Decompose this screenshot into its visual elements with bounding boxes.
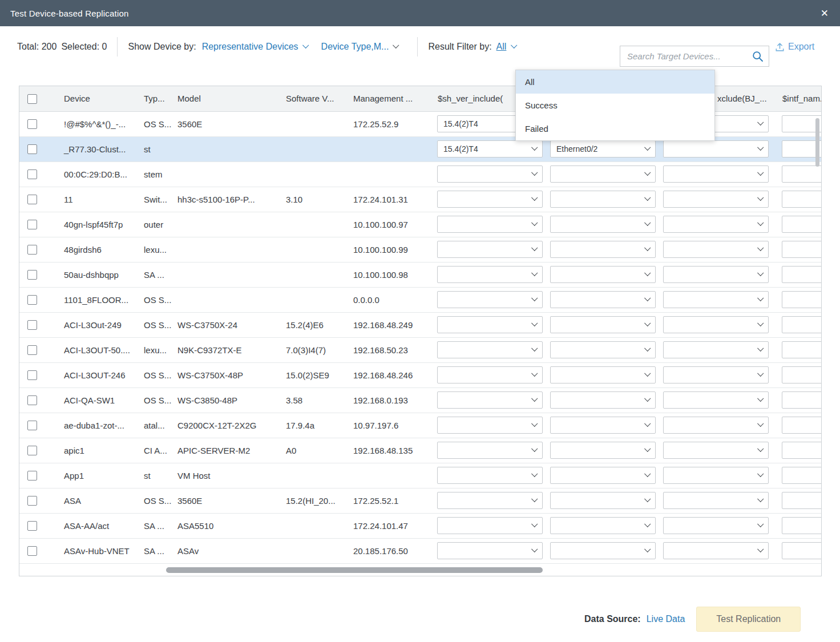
sh-ver-exclude-select[interactable]: [663, 517, 769, 534]
table-row[interactable]: 1101_8FLOOR... OS S... 0.0.0.0: [19, 287, 822, 312]
menu-item-all[interactable]: All: [516, 70, 714, 94]
sh-ver-include-select[interactable]: [437, 442, 543, 459]
interface-select[interactable]: [550, 417, 656, 434]
row-checkbox[interactable]: [27, 245, 37, 255]
sh-ver-include-select[interactable]: [437, 467, 543, 484]
intf-name-select[interactable]: [782, 391, 822, 409]
menu-item-failed[interactable]: Failed: [516, 117, 714, 140]
row-checkbox[interactable]: [27, 546, 37, 556]
export-button[interactable]: Export: [775, 42, 814, 52]
interface-select[interactable]: Ethernet0/2: [550, 140, 656, 158]
sh-ver-exclude-select[interactable]: [663, 165, 769, 183]
sh-ver-include-select[interactable]: [437, 266, 543, 283]
intf-name-select[interactable]: [782, 517, 822, 534]
sh-ver-exclude-select[interactable]: [663, 492, 769, 509]
interface-select[interactable]: [550, 191, 656, 208]
row-checkbox[interactable]: [27, 119, 37, 129]
show-device-by-select[interactable]: Representative Devices: [202, 42, 308, 52]
interface-select[interactable]: [550, 542, 656, 559]
row-checkbox[interactable]: [27, 471, 37, 481]
horizontal-scrollbar-thumb[interactable]: [166, 567, 543, 573]
row-checkbox[interactable]: [27, 521, 37, 531]
row-checkbox[interactable]: [27, 446, 37, 455]
table-row[interactable]: apic1 CI A... APIC-SERVER-M2 A0 192.168.…: [19, 438, 822, 463]
intf-name-select[interactable]: [782, 542, 822, 559]
header-intf-name[interactable]: $intf_nam...: [777, 86, 822, 111]
intf-name-select[interactable]: [782, 191, 822, 208]
sh-ver-exclude-select[interactable]: [663, 191, 769, 208]
row-checkbox[interactable]: [27, 320, 37, 330]
interface-select[interactable]: [550, 316, 656, 333]
sh-ver-include-select[interactable]: [437, 366, 543, 383]
sh-ver-exclude-select[interactable]: [663, 366, 769, 383]
sh-ver-include-select[interactable]: [437, 517, 543, 534]
select-all-checkbox[interactable]: [27, 94, 37, 104]
sh-ver-exclude-select[interactable]: [663, 291, 769, 308]
intf-name-select[interactable]: [782, 291, 822, 308]
row-checkbox[interactable]: [27, 496, 37, 506]
intf-name-select[interactable]: [782, 341, 822, 358]
interface-select[interactable]: [550, 492, 656, 509]
table-row[interactable]: ae-duba1-zot-... atal... C9200CX-12T-2X2…: [19, 413, 822, 438]
result-filter-select[interactable]: All: [496, 42, 516, 52]
interface-select[interactable]: [550, 391, 656, 409]
row-checkbox[interactable]: [27, 169, 37, 179]
device-type-select[interactable]: Device Type,M...: [321, 42, 398, 52]
table-row[interactable]: ASA OS S... 3560E 15.2(HI_20... 172.25.5…: [19, 488, 822, 513]
sh-ver-exclude-select[interactable]: [663, 140, 769, 158]
header-model[interactable]: Model: [172, 86, 280, 111]
sh-ver-include-select[interactable]: [437, 291, 543, 308]
table-row[interactable]: ASAv-Hub-VNET SA ... ASAv 20.185.176.50: [19, 538, 822, 563]
sh-ver-include-select[interactable]: [437, 391, 543, 409]
intf-name-select[interactable]: [782, 216, 822, 233]
table-row[interactable]: ACI-L3Out-249 OS S... WS-C3750X-24 15.2(…: [19, 312, 822, 337]
row-checkbox[interactable]: [27, 295, 37, 305]
interface-select[interactable]: [550, 165, 656, 183]
row-checkbox[interactable]: [27, 144, 37, 154]
table-row[interactable]: 11 Swit... hh3c-s5100-16P-P... 3.10 172.…: [19, 187, 822, 212]
sh-ver-exclude-select[interactable]: [663, 341, 769, 358]
sh-ver-include-select[interactable]: [437, 165, 543, 183]
intf-name-select[interactable]: [782, 241, 822, 258]
table-row[interactable]: ACI-L3OUT-50.... lexu... N9K-C9372TX-E 7…: [19, 337, 822, 362]
row-checkbox[interactable]: [27, 270, 37, 280]
intf-name-select[interactable]: [782, 492, 822, 509]
row-checkbox[interactable]: [27, 195, 37, 204]
table-row[interactable]: 40gn-lspf45ft7p outer 10.100.100.97: [19, 212, 822, 237]
sh-ver-include-select[interactable]: [437, 341, 543, 358]
sh-ver-include-select[interactable]: [437, 417, 543, 434]
sh-ver-include-select[interactable]: [437, 542, 543, 559]
table-row[interactable]: ACI-L3OUT-246 OS S... WS-C3750X-48P 15.0…: [19, 362, 822, 387]
menu-item-success[interactable]: Success: [516, 94, 714, 117]
sh-ver-exclude-select[interactable]: [663, 391, 769, 409]
interface-select[interactable]: [550, 366, 656, 383]
sh-ver-exclude-select[interactable]: [663, 266, 769, 283]
sh-ver-exclude-select[interactable]: [663, 467, 769, 484]
vertical-scrollbar-thumb[interactable]: [815, 118, 819, 167]
close-icon[interactable]: ✕: [821, 9, 829, 18]
sh-ver-include-select[interactable]: [437, 316, 543, 333]
table-row[interactable]: 48girdsh6 lexu... 10.100.100.99: [19, 237, 822, 262]
interface-select[interactable]: [550, 241, 656, 258]
row-checkbox[interactable]: [27, 370, 37, 380]
sh-ver-include-select[interactable]: [437, 492, 543, 509]
interface-select[interactable]: [550, 517, 656, 534]
interface-select[interactable]: [550, 266, 656, 283]
row-checkbox[interactable]: [27, 421, 37, 430]
intf-name-select[interactable]: [782, 165, 822, 183]
row-checkbox[interactable]: [27, 345, 37, 355]
sh-ver-include-select[interactable]: 15.4(2)T4: [437, 140, 543, 158]
header-software-version[interactable]: Software V...: [280, 86, 348, 111]
sh-ver-exclude-select[interactable]: [663, 542, 769, 559]
data-source-link[interactable]: Live Data: [647, 614, 685, 624]
sh-ver-include-select[interactable]: [437, 241, 543, 258]
sh-ver-exclude-select[interactable]: [663, 417, 769, 434]
sh-ver-exclude-select[interactable]: [663, 216, 769, 233]
header-management-ip[interactable]: Management ...: [348, 86, 432, 111]
header-type[interactable]: Typ...: [139, 86, 172, 111]
table-row[interactable]: App1 st VM Host: [19, 463, 822, 488]
sh-ver-exclude-select[interactable]: [663, 241, 769, 258]
table-row[interactable]: 50au-dshbqpp SA ... 10.100.100.98: [19, 262, 822, 287]
table-row[interactable]: 00:0C:29:D0:B... stem: [19, 161, 822, 187]
intf-name-select[interactable]: [782, 442, 822, 459]
